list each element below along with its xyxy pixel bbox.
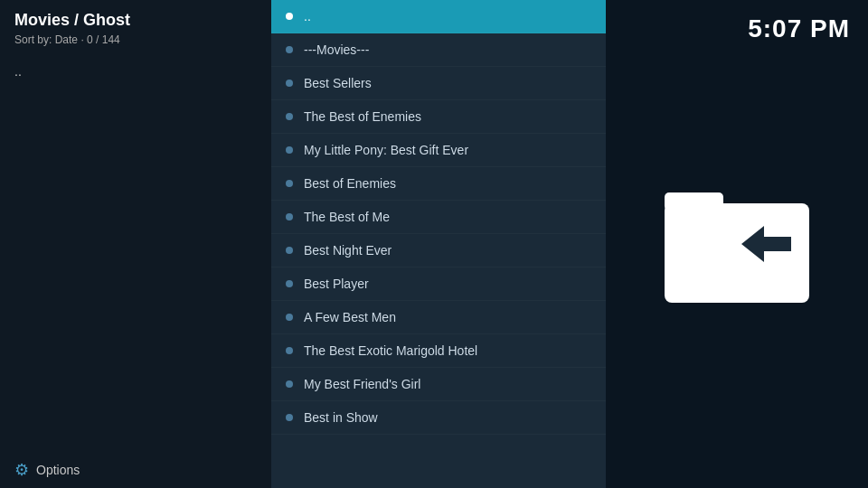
right-panel: 5:07 PM [606,0,868,488]
list-item-label: Best Night Ever [304,243,392,258]
list-item-label: A Few Best Men [304,310,396,324]
list-item-bullet [286,13,293,20]
list-item-label: ---Movies--- [304,42,369,57]
list-item-bullet [286,80,293,87]
list-item-label: The Best of Enemies [304,109,421,124]
list-item[interactable]: Best Night Ever [271,234,606,267]
count-label: 0 / 144 [87,33,120,46]
list-item-label: My Little Pony: Best Gift Ever [304,143,468,157]
list-item[interactable]: My Best Friend's Girl [271,368,606,401]
list-item[interactable]: Best of Enemies [271,167,606,201]
options-label: Options [36,463,80,477]
sort-by-label: Sort by: Date [14,33,78,46]
list-item-label: My Best Friend's Girl [304,377,420,391]
list-item[interactable]: Best Player [271,267,606,301]
list-item-bullet [286,347,293,354]
list-item[interactable]: Best in Show [271,401,606,435]
list-item-label: Best Player [304,277,369,291]
sidebar: Movies / Ghost Sort by: Date · 0 / 144 .… [0,0,271,488]
svg-rect-0 [665,203,809,303]
list-item[interactable]: .. [271,0,606,33]
list-item[interactable]: ---Movies--- [271,33,606,67]
list-item-bullet [286,247,293,254]
list-item-bullet [286,380,293,388]
list-item[interactable]: A Few Best Men [271,301,606,334]
list-item-bullet [286,180,293,187]
list-item-label: .. [304,9,311,23]
list-item-label: The Best Exotic Marigold Hotel [304,343,477,358]
list-item-bullet [286,414,293,421]
list-item-bullet [286,213,293,221]
options-icon: ⚙ [14,460,29,480]
list-item[interactable]: Best Sellers [271,67,606,100]
options-bar[interactable]: ⚙ Options [0,452,271,488]
list-item-bullet [286,146,293,154]
movie-list: ..---Movies---Best SellersThe Best of En… [271,0,606,488]
folder-back-icon [660,176,814,312]
list-item[interactable]: The Best Exotic Marigold Hotel [271,334,606,368]
list-item[interactable]: The Best of Enemies [271,100,606,134]
clock-display: 5:07 PM [748,14,850,43]
page-title: Movies / Ghost [14,11,257,30]
list-item-bullet [286,46,293,53]
list-item-label: Best of Enemies [304,176,396,191]
svg-rect-1 [665,192,723,211]
list-item-bullet [286,280,293,287]
sort-info: Sort by: Date · 0 / 144 [14,33,257,46]
list-item[interactable]: The Best of Me [271,201,606,234]
list-item[interactable]: My Little Pony: Best Gift Ever [271,134,606,167]
sidebar-dotdot: .. [14,64,257,79]
folder-icon-container [656,172,818,316]
list-item-label: Best Sellers [304,76,372,90]
list-item-label: The Best of Me [304,210,390,224]
list-item-bullet [286,113,293,120]
list-item-label: Best in Show [304,410,378,425]
list-item-bullet [286,314,293,321]
